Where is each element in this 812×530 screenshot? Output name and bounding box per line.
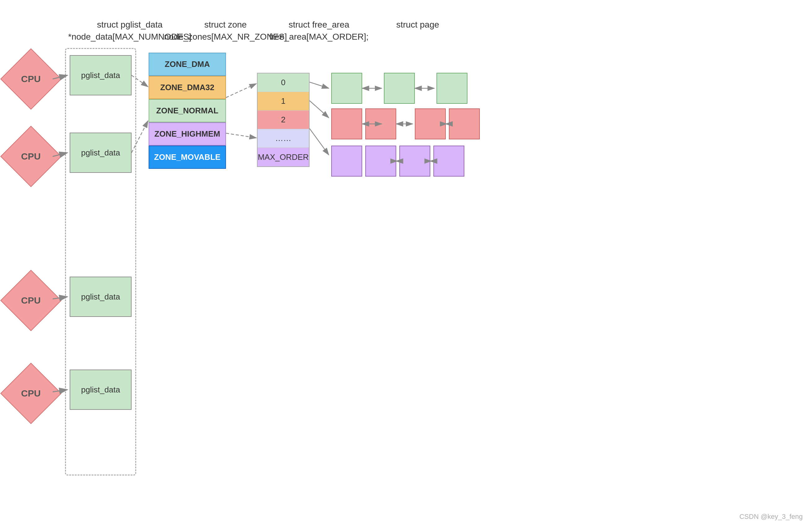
page-purple-2 — [365, 145, 396, 177]
zone-dma32: ZONE_DMA32 — [149, 76, 226, 99]
pglist-box-2: pglist_data — [70, 132, 132, 173]
page-purple-4 — [433, 145, 464, 177]
zone-normal: ZONE_NORMAL — [149, 99, 226, 122]
page-purple-1 — [331, 145, 362, 177]
page-red-2 — [365, 108, 396, 139]
page-purple-3 — [399, 145, 430, 177]
page-green-1 — [331, 73, 362, 104]
header-col3: struct free_area free_area[MAX_ORDER]; — [269, 18, 369, 43]
diagram: struct pglist_data *node_data[MAX_NUMNOD… — [0, 0, 812, 530]
header-col4: struct page — [396, 18, 439, 31]
free-area-row-maxorder: MAX_ORDER — [258, 148, 309, 166]
svg-line-11 — [309, 101, 329, 118]
pglist-box-1: pglist_data — [70, 55, 132, 95]
free-area-row-2: 2 — [258, 111, 309, 129]
zone-container: ZONE_DMA ZONE_DMA32 ZONE_NORMAL ZONE_HIG… — [149, 53, 226, 169]
svg-line-12 — [309, 128, 329, 155]
pglist-box-4: pglist_data — [70, 369, 132, 410]
pglist-box-3: pglist_data — [70, 277, 132, 317]
pglist-group-border — [65, 48, 136, 475]
page-green-3 — [436, 73, 467, 104]
svg-line-8 — [226, 84, 256, 98]
page-red-4 — [449, 108, 480, 139]
page-red-3 — [415, 108, 446, 139]
header-col2: struct zone node_zones[MAX_NR_ZONES] — [164, 18, 287, 43]
free-area-row-1: 1 — [258, 92, 309, 111]
page-green-2 — [384, 73, 415, 104]
free-area-row-dots: …… — [258, 129, 309, 148]
zone-highmem: ZONE_HIGHMEM — [149, 122, 226, 145]
watermark: CSDN @key_3_feng — [739, 513, 803, 521]
zone-movable: ZONE_MOVABLE — [149, 145, 226, 169]
svg-line-9 — [226, 133, 256, 138]
zone-dma: ZONE_DMA — [149, 53, 226, 76]
page-red-1 — [331, 108, 362, 139]
svg-line-10 — [309, 82, 329, 88]
free-area-container: 0 1 2 …… MAX_ORDER — [257, 73, 309, 167]
free-area-row-0: 0 — [258, 73, 309, 92]
